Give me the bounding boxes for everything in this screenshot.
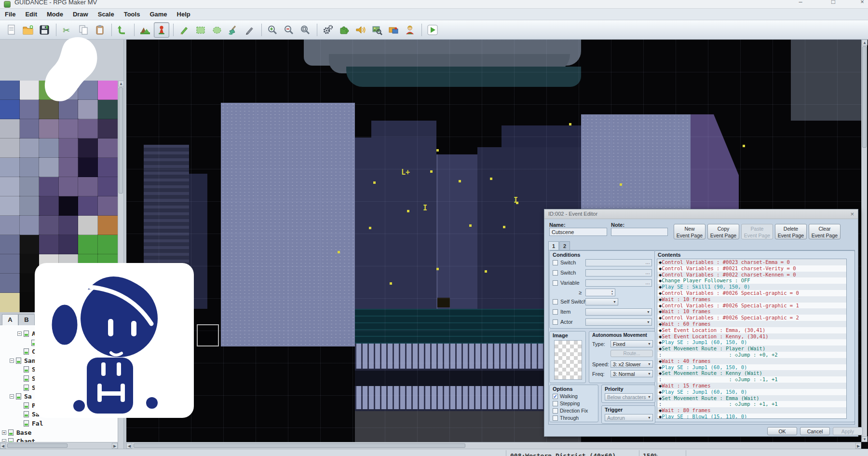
palette-tile[interactable]: [98, 158, 118, 177]
menu-edit[interactable]: Edit: [20, 9, 42, 20]
palette-tile[interactable]: [78, 177, 98, 196]
event-command-row[interactable]: ◆Play SE : Blow1 (15, 110, 0): [657, 414, 846, 419]
palette-tile[interactable]: [0, 254, 20, 274]
event-command-row[interactable]: ◆Wait : 15 frames: [657, 383, 846, 389]
browse-dots[interactable]: …: [645, 280, 650, 285]
palette-tile[interactable]: [98, 119, 118, 138]
menu-scale[interactable]: Scale: [93, 9, 119, 20]
scrollbar-thumb[interactable]: [119, 87, 123, 193]
playtest-icon[interactable]: [425, 22, 440, 38]
palette-tile[interactable]: [0, 158, 20, 177]
event-command-row[interactable]: ◆Control Variables : #0026 Special-graph…: [657, 303, 846, 309]
collapse-icon[interactable]: −: [17, 332, 22, 336]
scroll-right-icon[interactable]: ▶: [112, 443, 118, 449]
palette-tile[interactable]: [78, 158, 98, 177]
palette-tile[interactable]: [59, 235, 79, 254]
event-command-row[interactable]: ◆Play SE : Jump1 (60, 150, 0): [657, 339, 846, 345]
event-command-row[interactable]: ◆Set Movement Route : Kenny (Wait): [657, 370, 846, 376]
event-command-row[interactable]: ◆Play SE : Jump1 (60, 150, 0): [657, 364, 846, 371]
self-switch-checkbox[interactable]: [553, 299, 558, 304]
switch2-field[interactable]: …: [585, 269, 652, 276]
palette-tile[interactable]: [98, 216, 118, 235]
event-command-row[interactable]: ◆Set Event Location : Kenny, (30,41): [657, 333, 846, 340]
palette-tile[interactable]: [78, 138, 98, 158]
shadow-pen-tool-icon[interactable]: [242, 22, 258, 38]
cancel-button[interactable]: Cancel: [800, 427, 830, 435]
undo-icon[interactable]: [115, 22, 130, 38]
palette-tile[interactable]: [0, 293, 20, 312]
palette-tile[interactable]: [0, 235, 20, 254]
palette-tile[interactable]: [98, 235, 118, 254]
palette-tile[interactable]: [98, 138, 118, 158]
menu-tools[interactable]: Tools: [119, 9, 145, 20]
dialog-close-icon[interactable]: ×: [850, 210, 854, 218]
event-page-tab-2[interactable]: 2: [559, 241, 570, 250]
event-command-row[interactable]: ◆Change Player Followers : OFF: [657, 277, 846, 284]
tree-h-scrollbar[interactable]: ◀ ▶: [0, 442, 118, 449]
event-image-box[interactable]: [554, 340, 582, 380]
switch2-checkbox[interactable]: [553, 270, 558, 276]
palette-tile[interactable]: [59, 177, 79, 196]
variable-value-spinner[interactable]: [585, 289, 615, 296]
delete-event-page-button[interactable]: DeleteEvent Page: [775, 224, 807, 239]
palette-tile[interactable]: [0, 196, 20, 216]
palette-tile[interactable]: [0, 138, 20, 158]
dialog-title-bar[interactable]: ID:002 - Event Editor ×: [544, 209, 858, 219]
expand-icon[interactable]: +: [2, 430, 6, 435]
canvas-h-scrollbar[interactable]: ◀ ▶: [126, 442, 861, 449]
switch1-field[interactable]: …: [585, 259, 652, 266]
character-generator-icon[interactable]: [402, 22, 418, 38]
ellipse-tool-icon[interactable]: [209, 22, 225, 38]
variable-checkbox[interactable]: [553, 280, 558, 286]
palette-tab-a[interactable]: A: [2, 314, 18, 325]
palette-tile[interactable]: [78, 235, 98, 254]
pencil-tool-icon[interactable]: [176, 22, 192, 38]
palette-tile[interactable]: [20, 177, 40, 196]
paste-event-page-button[interactable]: PasteEvent Page: [741, 224, 773, 239]
event-mode-icon[interactable]: [154, 22, 169, 38]
name-input[interactable]: Cutscene: [549, 228, 607, 236]
tree-item[interactable]: +Base: [0, 428, 118, 437]
browse-dots[interactable]: …: [645, 260, 650, 265]
palette-tab-b[interactable]: B: [18, 314, 35, 325]
scroll-left-icon[interactable]: ◀: [126, 443, 132, 449]
item-checkbox[interactable]: [553, 309, 558, 315]
close-button[interactable]: ×: [853, 0, 868, 7]
canvas-v-scrollbar[interactable]: ▲ ▼: [861, 40, 867, 442]
palette-tile[interactable]: [39, 196, 59, 216]
actor-dropdown[interactable]: [585, 318, 652, 326]
self-switch-dropdown[interactable]: [585, 298, 618, 305]
selected-event-cell[interactable]: [197, 324, 219, 346]
route-button[interactable]: Route...: [610, 350, 653, 357]
open-project-icon[interactable]: [20, 22, 36, 38]
trigger-dropdown[interactable]: Autorun: [605, 414, 653, 421]
scroll-up-icon[interactable]: ▲: [862, 40, 868, 45]
event-command-row[interactable]: ◆Control Variables : #0021 charset-Verit…: [657, 265, 846, 272]
scroll-down-icon[interactable]: ▼: [862, 436, 868, 442]
palette-tile[interactable]: [20, 81, 40, 100]
new-event-page-button[interactable]: NewEvent Page: [674, 224, 705, 239]
rectangle-tool-icon[interactable]: [193, 22, 208, 38]
scroll-left-icon[interactable]: ◀: [0, 443, 6, 449]
map-mode-icon[interactable]: [137, 22, 153, 38]
tree-item[interactable]: Fal: [0, 419, 118, 428]
resource-manager-icon[interactable]: [386, 22, 401, 38]
event-command-row[interactable]: ◆Control Variables : #0023 charset-Emma …: [657, 259, 846, 265]
palette-tile[interactable]: [59, 196, 79, 216]
zoom-out-icon[interactable]: [281, 22, 297, 38]
menu-mode[interactable]: Mode: [42, 9, 68, 20]
event-command-row[interactable]: ◆Wait : 80 frames: [657, 407, 846, 414]
note-input[interactable]: [611, 228, 668, 236]
palette-tile[interactable]: [0, 177, 20, 196]
through-checkbox[interactable]: [553, 415, 558, 421]
menu-file[interactable]: File: [0, 9, 20, 20]
event-command-row[interactable]: ◆Wait : 40 frames: [657, 358, 846, 364]
minimize-button[interactable]: –: [791, 0, 810, 7]
scroll-right-icon[interactable]: ▶: [855, 443, 861, 449]
menu-game[interactable]: Game: [145, 9, 172, 20]
palette-tile[interactable]: [39, 235, 59, 254]
palette-tile[interactable]: [20, 235, 40, 254]
copy-event-page-button[interactable]: CopyEvent Page: [707, 224, 739, 239]
plugin-manager-icon[interactable]: [337, 22, 352, 38]
event-command-row[interactable]: ◆Wait : 10 frames: [657, 296, 846, 303]
